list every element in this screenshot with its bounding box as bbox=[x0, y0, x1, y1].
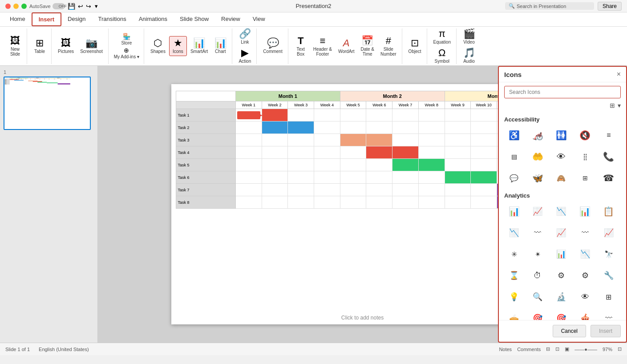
close-button[interactable] bbox=[5, 4, 11, 9]
tab-design[interactable]: Design bbox=[61, 12, 92, 26]
icons-button[interactable]: ★ Icons bbox=[169, 36, 187, 56]
equation-button[interactable]: π Equation bbox=[431, 27, 453, 46]
icon-eye-slash[interactable]: 🔇 bbox=[575, 125, 595, 145]
store-button[interactable]: 🏪 Store bbox=[119, 32, 133, 46]
redo-icon[interactable]: ↪ bbox=[86, 3, 91, 10]
fit-screen-icon[interactable]: ⊡ bbox=[618, 346, 622, 352]
icon-bar-chart4[interactable]: 📊 bbox=[575, 202, 595, 221]
shapes-button[interactable]: ⬡ Shapes bbox=[148, 36, 168, 56]
icons-close-button[interactable]: × bbox=[617, 70, 621, 78]
zoom-slider[interactable]: ——●—— bbox=[574, 347, 597, 352]
icon-grid2[interactable]: ⊞ bbox=[599, 287, 619, 307]
view-normal-icon[interactable]: ⊟ bbox=[546, 346, 550, 352]
icon-bar-chart2[interactable]: 📈 bbox=[528, 202, 547, 221]
comments-button[interactable]: Comments bbox=[517, 347, 541, 352]
new-slide-button[interactable]: 🖼 NewSlide bbox=[6, 34, 24, 58]
add-notes-placeholder[interactable]: Click to add notes bbox=[341, 315, 384, 321]
icon-pie-chart1[interactable]: 🥧 bbox=[504, 308, 524, 320]
icon-hand[interactable]: 🤲 bbox=[528, 147, 547, 166]
video-button[interactable]: 🎬 Video bbox=[460, 27, 478, 46]
icon-subtitles[interactable]: ▤ bbox=[504, 147, 524, 166]
tab-slideshow[interactable]: Slide Show bbox=[174, 12, 215, 26]
object-button[interactable]: ⊡ Object bbox=[406, 36, 424, 56]
icon-line-chart3[interactable]: 📈 bbox=[551, 223, 571, 243]
icon-bars[interactable]: ≡ bbox=[599, 125, 619, 145]
date-time-button[interactable]: 📅 Date &Time bbox=[358, 34, 377, 58]
maximize-button[interactable] bbox=[21, 4, 27, 9]
view-grid-icon[interactable]: ▣ bbox=[565, 346, 569, 352]
share-button[interactable]: Share bbox=[598, 2, 622, 11]
icon-present2[interactable]: 📉 bbox=[575, 244, 595, 264]
smartart-button[interactable]: 📊 SmartArt bbox=[188, 36, 210, 56]
slide-thumbnail[interactable]: Month 1 Month 2 Month 3 W1 W2 W3 W4 W5 bbox=[4, 77, 91, 130]
icon-eye-off2[interactable]: 🙈 bbox=[551, 168, 571, 188]
icon-bar-chart3[interactable]: 📉 bbox=[551, 202, 571, 221]
icon-gear2[interactable]: ⚙ bbox=[575, 266, 595, 285]
icon-line-chart4[interactable]: 〰 bbox=[575, 223, 595, 243]
icon-clock[interactable]: ⏱ bbox=[528, 266, 547, 285]
tab-view[interactable]: View bbox=[247, 12, 271, 26]
icon-wing[interactable]: 🦋 bbox=[528, 168, 547, 188]
minimize-button[interactable] bbox=[13, 4, 19, 9]
icon-wheelchair[interactable]: ♿ bbox=[504, 125, 524, 145]
icon-present3[interactable]: 🔭 bbox=[599, 244, 619, 264]
icon-grid[interactable]: ⊞ bbox=[575, 168, 595, 188]
link-button[interactable]: 🔗 Link bbox=[236, 27, 254, 46]
icon-line-chart1[interactable]: 📉 bbox=[504, 223, 524, 243]
tab-animations[interactable]: Animations bbox=[133, 12, 174, 26]
icon-target1[interactable]: 🎯 bbox=[551, 308, 571, 320]
icon-gear3[interactable]: 🔧 bbox=[599, 266, 619, 285]
icon-gear1[interactable]: ⚙ bbox=[551, 266, 571, 285]
view-slide-icon[interactable]: ⊡ bbox=[555, 346, 559, 352]
icon-pie-chart2[interactable]: 🎯 bbox=[528, 308, 547, 320]
icon-scatter1[interactable]: ✳ bbox=[504, 244, 524, 264]
icon-dots[interactable]: ⣿ bbox=[575, 147, 595, 166]
tab-transitions[interactable]: Transitions bbox=[92, 12, 133, 26]
icon-eye-off[interactable]: 👁 bbox=[551, 147, 571, 166]
filter-dropdown-icon[interactable]: ▾ bbox=[618, 102, 621, 109]
textbox-button[interactable]: T TextBox bbox=[292, 34, 310, 58]
notes-button[interactable]: Notes bbox=[499, 347, 512, 352]
more-icon[interactable]: ▼ bbox=[94, 4, 99, 9]
insert-button[interactable]: Insert bbox=[591, 325, 621, 337]
icons-search-input[interactable] bbox=[504, 86, 621, 98]
filter-icon[interactable]: ⊞ bbox=[610, 102, 615, 109]
icon-magnify2[interactable]: 🔬 bbox=[551, 287, 571, 307]
icon-scatter2[interactable]: ✴ bbox=[528, 244, 547, 264]
symbol-button[interactable]: Ω Symbol bbox=[432, 46, 452, 65]
autosave-switch[interactable]: OFF bbox=[53, 3, 65, 9]
action-button[interactable]: ▶ Action bbox=[236, 46, 254, 65]
icon-wave[interactable]: 〰 bbox=[599, 308, 619, 320]
tab-home[interactable]: Home bbox=[4, 12, 32, 26]
chart-button[interactable]: 📊 Chart bbox=[211, 36, 229, 56]
icon-bar-chart5[interactable]: 📋 bbox=[599, 202, 619, 221]
icon-target2[interactable]: 🎪 bbox=[575, 308, 595, 320]
icon-line-chart2[interactable]: 〰 bbox=[528, 223, 547, 243]
save-icon[interactable]: 💾 bbox=[68, 3, 75, 10]
icon-magnify1[interactable]: 🔍 bbox=[528, 287, 547, 307]
icon-people[interactable]: 🚻 bbox=[551, 125, 571, 145]
icon-eye2[interactable]: 👁 bbox=[575, 287, 595, 307]
icon-bar-chart1[interactable]: 📊 bbox=[504, 202, 524, 221]
icon-hourglass[interactable]: ⌛ bbox=[504, 266, 524, 285]
icon-chat[interactable]: 💬 bbox=[504, 168, 524, 188]
screenshot-button[interactable]: 📷 Screenshot bbox=[77, 36, 105, 56]
icon-lightbulb[interactable]: 💡 bbox=[504, 287, 524, 307]
undo-icon[interactable]: ↩ bbox=[78, 3, 83, 10]
pictures-button[interactable]: 🖼 Pictures bbox=[55, 36, 77, 56]
wordart-button[interactable]: A WordArt bbox=[336, 34, 357, 58]
comment-button[interactable]: 💬 Comment bbox=[260, 36, 285, 56]
icon-wheelchair2[interactable]: 🦽 bbox=[528, 125, 547, 145]
tab-review[interactable]: Review bbox=[215, 12, 247, 26]
slide-canvas[interactable]: Month 1 Month 2 Month 3 Week 1 Week 2 We… bbox=[171, 84, 554, 324]
icon-phone2[interactable]: ☎ bbox=[599, 168, 619, 188]
audio-button[interactable]: 🎵 Audio bbox=[460, 46, 478, 65]
icon-phone[interactable]: 📞 bbox=[599, 147, 619, 166]
table-button[interactable]: ⊞ Table bbox=[31, 36, 49, 56]
icon-line-chart5[interactable]: 📈 bbox=[599, 223, 619, 243]
cancel-button[interactable]: Cancel bbox=[553, 325, 586, 337]
slide-number-button[interactable]: # SlideNumber bbox=[378, 34, 399, 58]
my-addins-button[interactable]: ⊕ My Add-ins ▾ bbox=[112, 46, 141, 60]
icon-present1[interactable]: 📊 bbox=[551, 244, 571, 264]
search-presentation[interactable]: 🔍 Search in Presentation bbox=[505, 2, 594, 10]
